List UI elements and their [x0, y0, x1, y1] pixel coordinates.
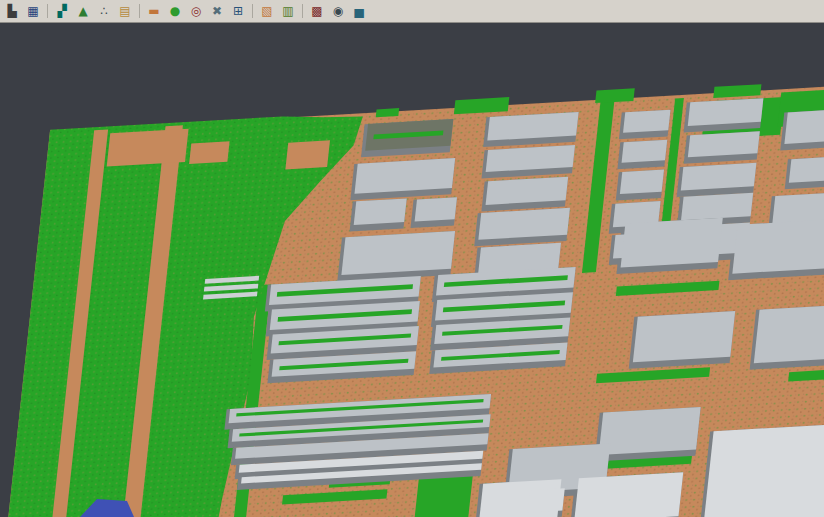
- points-icon[interactable]: ∴: [94, 2, 114, 21]
- terrain-icon[interactable]: ▲: [73, 2, 93, 21]
- main-toolbar: ▙▦▞▲∴▤▬●◎✖⊞▧▥▩◉▅: [0, 0, 824, 23]
- toolbar-separator: [47, 4, 48, 18]
- point-cloud-viewport[interactable]: [0, 0, 824, 517]
- vegetation-class-icon[interactable]: ●: [165, 2, 185, 21]
- toolbar-separator: [252, 4, 253, 18]
- classify-icon[interactable]: ▩: [307, 2, 327, 21]
- profile-icon[interactable]: ▞: [52, 2, 72, 21]
- select-area-icon[interactable]: ▧: [257, 2, 277, 21]
- measure-icon[interactable]: ◎: [186, 2, 206, 21]
- palette-icon[interactable]: ▤: [115, 2, 135, 21]
- histogram-icon[interactable]: ▅: [349, 2, 369, 21]
- open-file-icon[interactable]: ▙: [2, 2, 22, 21]
- settings-icon[interactable]: ✖: [207, 2, 227, 21]
- save-icon[interactable]: ▦: [23, 2, 43, 21]
- toolbar-separator: [139, 4, 140, 18]
- ground-class-icon[interactable]: ▬: [144, 2, 164, 21]
- terrain-group: [0, 73, 824, 517]
- globe-icon[interactable]: ◉: [328, 2, 348, 21]
- toolbar-separator: [302, 4, 303, 18]
- zoom-extents-icon[interactable]: ⊞: [228, 2, 248, 21]
- grid-icon[interactable]: ▥: [278, 2, 298, 21]
- greenhouses: [203, 276, 259, 300]
